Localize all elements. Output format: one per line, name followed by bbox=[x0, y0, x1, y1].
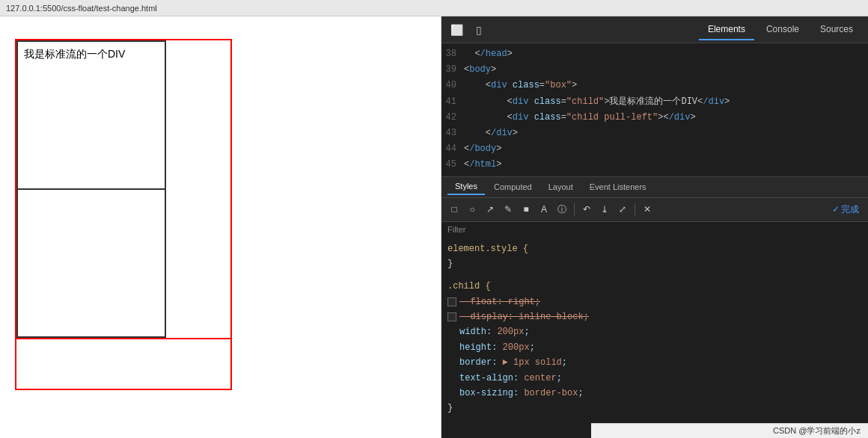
fill-icon[interactable]: ■ bbox=[518, 201, 534, 218]
child-div-3 bbox=[15, 338, 232, 390]
text-icon[interactable]: A bbox=[536, 201, 552, 218]
code-line-42: 42 <div class="child pull-left"></div> bbox=[441, 110, 868, 126]
css-checkbox-display[interactable] bbox=[447, 312, 456, 321]
close-brace-element: } bbox=[447, 256, 862, 271]
css-prop-text-align: text-align: center; bbox=[447, 371, 862, 386]
css-prop-border-text: border: ► 1px solid; bbox=[447, 355, 567, 370]
code-line-43: 43 </div> bbox=[441, 126, 868, 141]
tab-console[interactable]: Console bbox=[757, 19, 808, 40]
css-prop-border: border: ► 1px solid; bbox=[447, 355, 862, 370]
styles-panel: element.style { } .child { float: right; bbox=[441, 237, 868, 439]
webpage-preview: 我是标准流的一个DIV bbox=[0, 16, 441, 438]
devtools-tabs-bar: ⬜ ▯ Elements Console Sources bbox=[441, 16, 868, 43]
done-label: 完成 bbox=[841, 203, 859, 216]
child-div-2 bbox=[16, 188, 166, 338]
css-prop-float: float: right; bbox=[447, 294, 862, 309]
close-brace-child: } bbox=[447, 401, 862, 416]
select-element-icon[interactable]: ⬜ bbox=[447, 21, 465, 39]
watermark-text: CSDN @学习前端的小z bbox=[773, 425, 861, 437]
code-line-39: 39 <body> bbox=[441, 62, 868, 78]
selector-line-child: .child { bbox=[447, 279, 862, 294]
code-line-38: 38 </head> bbox=[441, 46, 868, 62]
tab-layout[interactable]: Layout bbox=[541, 179, 581, 194]
css-prop-width: width: 200px; bbox=[447, 324, 862, 339]
close-icon[interactable]: ✕ bbox=[639, 201, 655, 218]
edit-icon[interactable]: ✎ bbox=[500, 201, 516, 218]
code-line-41: 41 <div class="child">我是标准流的一个DIV</div> bbox=[441, 94, 868, 110]
tab-elements[interactable]: Elements bbox=[699, 19, 754, 40]
css-prop-height-text: height: 200px; bbox=[447, 340, 535, 355]
selector-line-element: element.style { bbox=[447, 241, 862, 256]
css-selector-child: .child { bbox=[447, 279, 491, 294]
element-style-rule: element.style { } bbox=[447, 241, 862, 272]
csdn-watermark: CSDN @学习前端的小z bbox=[591, 423, 868, 438]
filter-label: Filter bbox=[447, 225, 465, 234]
tab-event-listeners[interactable]: Event Listeners bbox=[582, 179, 654, 194]
code-line-40: 40 <div class="box"> bbox=[441, 78, 868, 93]
main-area: 我是标准流的一个DIV ⬜ ▯ Elements Console Sources… bbox=[0, 16, 868, 438]
css-prop-text-align-text: text-align: center; bbox=[447, 371, 562, 386]
toolbar-divider-1 bbox=[574, 203, 575, 215]
code-line-44: 44 </body> bbox=[441, 141, 868, 157]
css-prop-height: height: 200px; bbox=[447, 340, 862, 355]
checkmark-icon: ✓ bbox=[832, 204, 840, 215]
tab-styles[interactable]: Styles bbox=[447, 179, 485, 195]
css-prop-box-sizing-text: box-sizing: border-box; bbox=[447, 386, 584, 401]
filter-row: Filter bbox=[441, 222, 868, 237]
toggle-element-state-icon[interactable]: ○ bbox=[464, 201, 480, 218]
download-icon[interactable]: ⤓ bbox=[596, 201, 613, 218]
device-toggle-icon[interactable]: ▯ bbox=[470, 21, 488, 39]
undo-icon[interactable]: ↶ bbox=[578, 201, 595, 218]
new-style-rule-icon[interactable]: □ bbox=[446, 201, 462, 218]
child-div-1: 我是标准流的一个DIV bbox=[16, 40, 166, 190]
child-css-rule: .child { float: right; display: inline-b… bbox=[447, 279, 862, 416]
box-container: 我是标准流的一个DIV bbox=[15, 39, 232, 339]
css-checkbox-float[interactable] bbox=[447, 297, 456, 306]
css-prop-box-sizing: box-sizing: border-box; bbox=[447, 386, 862, 401]
browser-url: 127.0.0.1:5500/css-float/test-change.htm… bbox=[6, 4, 157, 13]
code-line-45: 45 </html> bbox=[441, 157, 868, 173]
css-prop-float-text: float: right; bbox=[459, 294, 540, 309]
arrow-icon[interactable]: ↗ bbox=[482, 201, 498, 218]
devtools-icon-group: ⬜ ▯ bbox=[447, 21, 488, 39]
styles-tabs-bar: Styles Computed Layout Event Listeners bbox=[441, 177, 868, 198]
tab-computed[interactable]: Computed bbox=[486, 179, 540, 194]
css-prop-display: display: inline-block; bbox=[447, 309, 862, 324]
toolbar-divider-2 bbox=[635, 203, 635, 215]
more-icon[interactable]: ⤢ bbox=[614, 201, 631, 218]
div-label: 我是标准流的一个DIV bbox=[24, 48, 125, 61]
browser-bar: 127.0.0.1:5500/css-float/test-change.htm… bbox=[0, 0, 868, 16]
styles-toolbar: □ ○ ↗ ✎ ■ A ⓘ ↶ ⤓ ⤢ ✕ ✓ 完成 bbox=[441, 198, 868, 222]
css-selector-element: element.style { bbox=[447, 241, 528, 256]
done-button[interactable]: ✓ 完成 bbox=[828, 202, 864, 218]
code-editor: 38 </head> 39 <body> 40 <div class="box"… bbox=[441, 43, 868, 177]
css-prop-display-text: display: inline-block; bbox=[459, 309, 589, 324]
devtools-panel: ⬜ ▯ Elements Console Sources 38 </head> … bbox=[441, 16, 868, 438]
tab-sources[interactable]: Sources bbox=[811, 19, 862, 40]
info-icon[interactable]: ⓘ bbox=[554, 201, 570, 218]
css-prop-width-text: width: 200px; bbox=[447, 324, 530, 339]
